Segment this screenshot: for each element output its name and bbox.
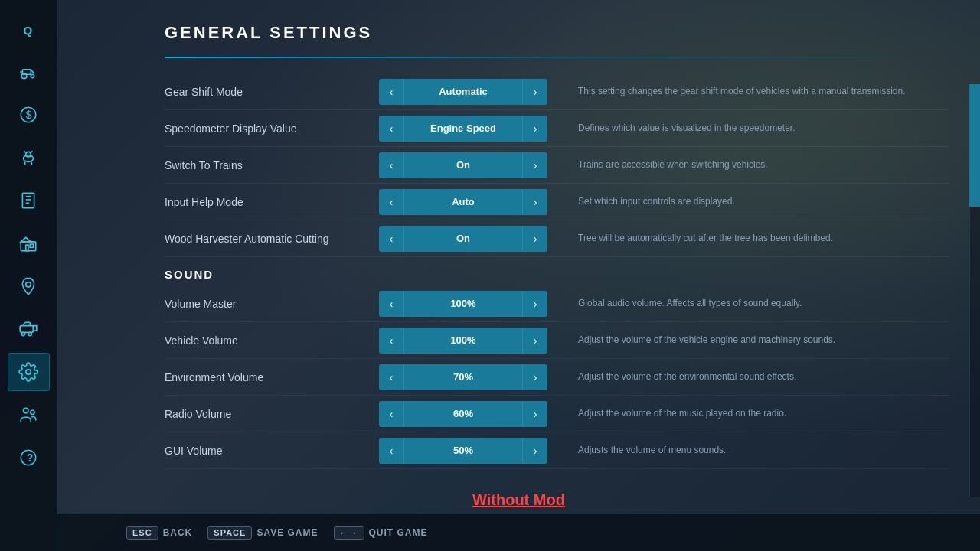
svg-text:$: $ <box>26 109 32 121</box>
setting-control-trains: ‹ On › <box>379 152 547 178</box>
vehicle-volume-value: 100% <box>403 328 523 354</box>
svg-text:Q: Q <box>24 24 33 37</box>
input-help-prev-button[interactable]: ‹ <box>379 189 403 215</box>
gui-volume-value: 50% <box>403 438 523 464</box>
svg-point-31 <box>24 408 29 413</box>
speedometer-prev-button[interactable]: ‹ <box>379 116 403 142</box>
vehicle-volume-next-button[interactable]: › <box>523 328 547 354</box>
setting-row-gear-shift: Gear Shift Mode ‹ Automatic › This setti… <box>165 73 949 110</box>
back-button[interactable]: ESC BACK <box>126 526 192 540</box>
environment-volume-description: Adjust the volume of the environmental s… <box>547 370 949 383</box>
svg-rect-14 <box>22 193 34 208</box>
page-title: GENERAL SETTINGS <box>165 23 949 43</box>
sidebar-item-farm[interactable] <box>8 53 50 91</box>
gui-volume-prev-button[interactable]: ‹ <box>379 438 403 464</box>
svg-rect-21 <box>30 244 33 247</box>
setting-control-input-help: ‹ Auto › <box>379 189 547 215</box>
setting-row-trains: Switch To Trains ‹ On › Trains are acces… <box>165 147 949 184</box>
setting-row-wood-harvester: Wood Harvester Automatic Cutting ‹ On › … <box>165 220 949 257</box>
back-label: BACK <box>163 527 193 538</box>
speedometer-next-button[interactable]: › <box>523 116 547 142</box>
setting-row-volume-master: Volume Master ‹ 100% › Global audio volu… <box>165 285 949 322</box>
radio-volume-prev-button[interactable]: ‹ <box>379 401 403 427</box>
setting-control-speedometer: ‹ Engine Speed › <box>379 116 547 142</box>
sidebar-item-vehicles[interactable] <box>8 310 50 348</box>
gear-shift-prev-button[interactable]: ‹ <box>379 79 403 105</box>
volume-master-value: 100% <box>403 291 523 317</box>
vehicle-volume-prev-button[interactable]: ‹ <box>379 328 403 354</box>
vehicle-volume-description: Adjust the volume of the vehicle engine … <box>547 334 949 347</box>
quit-label: QUIT GAME <box>369 527 428 538</box>
svg-point-25 <box>28 332 31 335</box>
sidebar-item-multiplayer[interactable] <box>8 396 50 434</box>
setting-label-radio-volume: Radio Volume <box>165 408 379 420</box>
sidebar-item-animals[interactable] <box>8 139 50 177</box>
trains-description: Trains are accessible when switching veh… <box>547 158 949 171</box>
sidebar-item-help[interactable]: ? <box>8 439 50 477</box>
setting-row-vehicle-volume: Vehicle Volume ‹ 100% › Adjust the volum… <box>165 322 949 359</box>
speedometer-value: Engine Speed <box>403 116 523 142</box>
content-area: GENERAL SETTINGS Gear Shift Mode ‹ Autom… <box>57 0 980 513</box>
svg-marker-26 <box>34 326 37 331</box>
wood-harvester-next-button[interactable]: › <box>523 226 547 252</box>
gui-volume-next-button[interactable]: › <box>523 438 547 464</box>
setting-control-vehicle-volume: ‹ 100% › <box>379 328 547 354</box>
svg-point-8 <box>24 155 34 162</box>
svg-point-24 <box>21 332 24 335</box>
radio-volume-next-button[interactable]: › <box>523 401 547 427</box>
sidebar-item-settings[interactable] <box>8 353 50 391</box>
input-help-next-button[interactable]: › <box>523 189 547 215</box>
setting-label-environment-volume: Environment Volume <box>165 371 379 383</box>
setting-row-environment-volume: Environment Volume ‹ 70% › Adjust the vo… <box>165 359 949 396</box>
setting-label-trains: Switch To Trains <box>165 159 379 171</box>
svg-text:?: ? <box>27 452 34 464</box>
save-label: SAVE GAME <box>256 527 318 538</box>
setting-control-gui-volume: ‹ 50% › <box>379 438 547 464</box>
svg-rect-23 <box>20 326 33 333</box>
gear-shift-next-button[interactable]: › <box>523 79 547 105</box>
setting-row-input-help: Input Help Mode ‹ Auto › Set which input… <box>165 184 949 220</box>
gear-shift-value: Automatic <box>403 79 523 105</box>
sidebar-item-map[interactable] <box>8 267 50 305</box>
sidebar-item-quick[interactable]: Q <box>8 10 50 48</box>
setting-label-volume-master: Volume Master <box>165 298 379 310</box>
quit-button[interactable]: ←→ QUIT GAME <box>334 526 428 540</box>
environment-volume-next-button[interactable]: › <box>523 364 547 390</box>
setting-control-environment-volume: ‹ 70% › <box>379 364 547 390</box>
sidebar-item-production[interactable] <box>8 224 50 262</box>
svg-line-13 <box>31 151 32 152</box>
volume-master-next-button[interactable]: › <box>523 291 547 317</box>
gui-volume-description: Adjusts the volume of menu sounds. <box>547 444 949 457</box>
divider <box>165 57 949 58</box>
input-help-value: Auto <box>403 189 523 215</box>
radio-volume-description: Adjust the volume of the music played on… <box>547 407 949 420</box>
input-help-description: Set which input controls are displayed. <box>547 195 949 208</box>
volume-master-description: Global audio volume. Affects all types o… <box>547 297 949 310</box>
svg-rect-20 <box>26 245 28 251</box>
setting-label-wood-harvester: Wood Harvester Automatic Cutting <box>165 233 379 245</box>
volume-master-prev-button[interactable]: ‹ <box>379 291 403 317</box>
settings-list: Gear Shift Mode ‹ Automatic › This setti… <box>165 73 949 469</box>
svg-point-22 <box>26 282 31 288</box>
trains-prev-button[interactable]: ‹ <box>379 152 403 178</box>
svg-point-9 <box>26 152 31 157</box>
save-button[interactable]: SPACE SAVE GAME <box>207 526 318 540</box>
save-key-badge: SPACE <box>207 526 252 540</box>
setting-row-speedometer: Speedometer Display Value ‹ Engine Speed… <box>165 110 949 147</box>
sidebar-item-notebook[interactable] <box>8 181 50 220</box>
wood-harvester-value: On <box>403 226 523 252</box>
trains-next-button[interactable]: › <box>523 152 547 178</box>
environment-volume-prev-button[interactable]: ‹ <box>379 364 403 390</box>
setting-label-speedometer: Speedometer Display Value <box>165 122 379 135</box>
svg-point-2 <box>31 74 34 77</box>
svg-line-12 <box>24 151 26 152</box>
wood-harvester-description: Tree will be automatically cut after the… <box>547 232 949 245</box>
quit-key-badge: ←→ <box>334 526 364 540</box>
setting-label-gear-shift: Gear Shift Mode <box>165 86 379 98</box>
svg-marker-19 <box>21 237 31 241</box>
setting-control-volume-master: ‹ 100% › <box>379 291 547 317</box>
setting-control-radio-volume: ‹ 60% › <box>379 401 547 427</box>
sidebar-item-economy[interactable]: $ <box>8 96 50 134</box>
setting-row-radio-volume: Radio Volume ‹ 60% › Adjust the volume o… <box>165 396 949 432</box>
wood-harvester-prev-button[interactable]: ‹ <box>379 226 403 252</box>
